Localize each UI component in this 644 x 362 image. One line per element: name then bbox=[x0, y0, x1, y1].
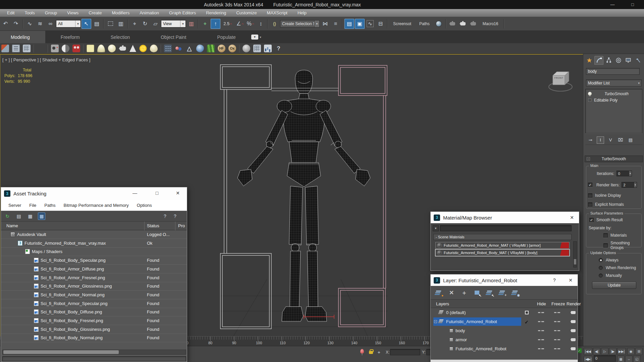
x-coordinate-field[interactable] bbox=[390, 349, 420, 355]
play-button[interactable]: ▷ bbox=[601, 348, 608, 355]
hide-toggle[interactable] bbox=[538, 321, 544, 322]
selection-lock-icon[interactable] bbox=[369, 351, 373, 354]
iterations-field[interactable]: 0 bbox=[616, 171, 632, 176]
isoline-checkbox[interactable] bbox=[588, 193, 592, 198]
go-to-start-button[interactable]: |◀◀ bbox=[584, 348, 592, 355]
refresh-button[interactable]: ↻ bbox=[4, 213, 11, 220]
tab-motion[interactable] bbox=[614, 56, 623, 65]
current-layer-check-icon[interactable]: ✓ bbox=[525, 319, 529, 325]
menu-item-customize[interactable]: Customize bbox=[231, 10, 262, 15]
tree-view-button[interactable]: ▦ bbox=[26, 213, 34, 220]
radio-button[interactable] bbox=[599, 274, 603, 278]
asset-menu-options[interactable]: Options bbox=[133, 203, 156, 208]
macro-button[interactable]: Macro16 bbox=[479, 21, 502, 26]
angle-snap-button[interactable]: ∠∩ bbox=[235, 19, 245, 29]
asset-table-row[interactable]: Sci_fi_Robot_Armor_Fresnel.pngFound bbox=[1, 274, 187, 282]
material-item[interactable]: Futuristic_Armored_Robot_Armor_MAT ( VRa… bbox=[435, 242, 570, 249]
bind-to-spacewarp-button[interactable]: ∞ bbox=[46, 19, 55, 29]
asset-table-row[interactable]: Sci_fi_Robot_Body_Fresnel.pngFound bbox=[1, 316, 187, 325]
vertical-scrollbar[interactable] bbox=[573, 241, 577, 267]
freeze-toggle[interactable] bbox=[554, 339, 560, 340]
object-name-field[interactable]: body bbox=[586, 68, 640, 75]
freeze-toggle[interactable] bbox=[554, 312, 560, 313]
material-browser-titlebar[interactable]: 3 Material/Map Browser bbox=[431, 212, 579, 223]
smoothing-groups-checkbox[interactable] bbox=[603, 243, 608, 248]
data-grid-icon[interactable] bbox=[253, 45, 261, 52]
ribbon-tab-populate[interactable]: Populate bbox=[202, 31, 251, 43]
asset-table-row[interactable]: Sci_fi_Robot_Armor_Diffuse.pngFound bbox=[1, 265, 187, 274]
curve-editor-button[interactable]: ∿ bbox=[365, 19, 375, 29]
expand-icon[interactable]: − bbox=[434, 320, 437, 323]
undo-button[interactable]: ↶ bbox=[1, 19, 10, 29]
plane-icon[interactable] bbox=[87, 45, 94, 52]
horizontal-scrollbar[interactable] bbox=[2, 350, 186, 355]
asset-table-row[interactable]: Sci_fi_Robot_Armor_Specular.pngFound bbox=[1, 299, 187, 308]
menu-item-graph-editors[interactable]: Graph Editors bbox=[164, 10, 201, 15]
render-iters-field[interactable]: 2 bbox=[622, 182, 637, 188]
hide-toggle[interactable] bbox=[538, 330, 544, 331]
particles-icon[interactable] bbox=[164, 45, 172, 52]
render-teapot-icon[interactable] bbox=[571, 311, 576, 314]
key-filters-button[interactable]: ⊞ bbox=[635, 348, 643, 355]
close-icon[interactable]: ✕ bbox=[172, 187, 183, 199]
close-icon[interactable]: ✕ bbox=[566, 212, 578, 223]
column-hide[interactable]: Hide bbox=[537, 301, 546, 306]
column-layers[interactable]: Layers bbox=[436, 301, 449, 306]
menu-item-create[interactable]: Create bbox=[84, 10, 107, 15]
viewport-window-icon[interactable] bbox=[1, 45, 9, 52]
sphere-icon[interactable] bbox=[108, 45, 116, 52]
layer-row-0-(default)[interactable]: 0 (default) bbox=[431, 308, 578, 317]
select-and-link-button[interactable]: ∿ bbox=[25, 19, 35, 29]
render-iterative-button[interactable] bbox=[469, 19, 478, 29]
column-freeze[interactable]: Freeze bbox=[551, 301, 565, 306]
align-button[interactable]: ≡ bbox=[331, 19, 340, 29]
current-frame-field[interactable]: 0 bbox=[594, 355, 616, 362]
time-configuration-button[interactable]: ▦ bbox=[617, 356, 625, 362]
scene-materials-group-header[interactable]: - Scene Materials bbox=[433, 234, 572, 240]
ribbon-tab-selection[interactable]: Selection bbox=[95, 31, 146, 43]
select-and-scale-button[interactable]: ▱ bbox=[151, 19, 160, 29]
menu-item-help[interactable]: Help bbox=[292, 10, 312, 15]
next-frame-button[interactable]: |▶ bbox=[609, 348, 616, 355]
menu-item-maxscript[interactable]: MAXScript bbox=[262, 10, 292, 15]
column-render[interactable]: Render bbox=[567, 301, 581, 306]
layer-manager-button[interactable]: ▤ bbox=[344, 19, 354, 29]
stack-item-turbosmooth[interactable]: TurboSmooth bbox=[586, 90, 642, 97]
tab-display[interactable] bbox=[624, 56, 633, 65]
make-unique-button[interactable]: V bbox=[607, 136, 614, 144]
video-camera-icon[interactable] bbox=[72, 45, 80, 52]
turbosmooth-rollout-header[interactable]: − TurboSmooth bbox=[585, 156, 643, 162]
teapot-icon[interactable] bbox=[119, 45, 126, 52]
percent-snap-button[interactable]: %∩ bbox=[246, 19, 255, 29]
menu-item-tools[interactable]: Tools bbox=[19, 10, 40, 15]
redo-button[interactable]: ↷ bbox=[11, 19, 21, 29]
camera-icon[interactable] bbox=[51, 45, 59, 52]
mirror-button[interactable]: ⋈ bbox=[320, 19, 330, 29]
key-mode-toggle[interactable]: |◀▶| bbox=[584, 356, 592, 362]
maximize-icon[interactable]: □ bbox=[151, 187, 163, 199]
asset-table-row[interactable]: Sci_fi_Robot_Body_Normal.pngFound bbox=[1, 334, 187, 342]
tab-utilities[interactable] bbox=[633, 56, 642, 65]
asset-menu-bitmap-performance-and-memory[interactable]: Bitmap Performance and Memory bbox=[60, 203, 133, 208]
minimize-icon[interactable]: — bbox=[129, 187, 141, 199]
render-teapot-icon[interactable] bbox=[571, 338, 576, 341]
named-selection-sets-button[interactable]: {} bbox=[270, 19, 279, 29]
column-pro[interactable]: Pro bbox=[178, 223, 185, 228]
freeze-toggle[interactable] bbox=[554, 321, 560, 322]
pan-hand-button[interactable]: ⇔ bbox=[625, 356, 633, 362]
show-end-result-button[interactable]: I bbox=[597, 136, 604, 144]
render-setup-button[interactable] bbox=[434, 19, 444, 29]
asset-table-row[interactable]: Sci_fi_Robot_Body_Diffuse.pngFound bbox=[1, 308, 187, 316]
select-and-move-button[interactable]: ⌖ bbox=[130, 19, 140, 29]
hide-toggle[interactable] bbox=[538, 339, 544, 340]
hair-fur-icon[interactable]: HF bbox=[218, 45, 225, 52]
menu-item-group[interactable]: Group bbox=[40, 10, 62, 15]
hide-toggle[interactable] bbox=[538, 312, 544, 313]
current-layer-box[interactable] bbox=[525, 311, 529, 314]
foliage-icon[interactable] bbox=[207, 45, 215, 52]
add-to-layer-button[interactable]: ＋ bbox=[460, 289, 468, 297]
menu-item-modifiers[interactable]: Modifiers bbox=[107, 10, 135, 15]
select-layer-button[interactable]: ↖ bbox=[486, 289, 494, 297]
column-name[interactable]: Name bbox=[6, 223, 18, 228]
modifier-stack[interactable]: TurboSmooth+Editable Poly bbox=[585, 89, 642, 133]
